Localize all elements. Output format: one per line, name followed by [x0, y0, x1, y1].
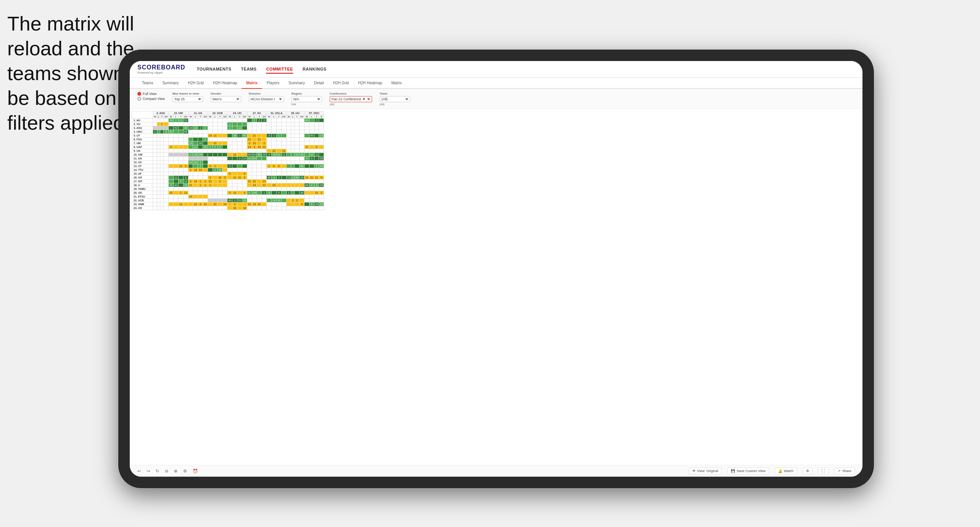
table-cell	[276, 161, 281, 164]
table-cell: 1	[188, 168, 193, 172]
gender-select[interactable]: Men's Women's	[211, 96, 241, 102]
conference-select[interactable]: Pac-12 Conference ▼ (All) ACC Big Ten	[330, 96, 372, 102]
table-cell	[252, 161, 257, 164]
watch-btn[interactable]: 🔔 Watch	[775, 468, 797, 474]
table-cell	[300, 172, 305, 176]
table-cell	[213, 195, 218, 199]
table-cell: 1	[314, 164, 319, 168]
table-cell	[247, 149, 252, 153]
zoom-out-icon[interactable]: ⊖	[165, 469, 168, 474]
table-cell	[227, 161, 232, 164]
table-cell	[314, 138, 319, 141]
col-osu: 57. OSU	[305, 111, 324, 115]
view-original-btn[interactable]: 👁 View: Original	[689, 468, 722, 474]
table-cell	[257, 187, 262, 191]
nav-teams[interactable]: TEAMS	[241, 65, 256, 74]
settings-icon[interactable]: ⚙	[183, 469, 187, 474]
table-cell	[305, 206, 309, 210]
subnav-detail[interactable]: Detail	[309, 78, 329, 89]
subnav-teams[interactable]: Teams	[137, 78, 158, 89]
table-cell	[286, 149, 291, 153]
table-cell: 0	[309, 157, 314, 161]
table-cell	[267, 130, 272, 134]
region-select[interactable]: N/A East West	[292, 96, 322, 102]
subnav-matrix2[interactable]: Matrix	[387, 78, 406, 89]
table-cell	[193, 187, 198, 191]
table-cell	[281, 134, 286, 138]
table-cell	[267, 122, 272, 126]
table-cell	[267, 183, 272, 187]
options-btn[interactable]: ⚙	[803, 468, 812, 474]
subnav-h2h-heatmap[interactable]: H2H Heatmap	[208, 78, 242, 89]
team-select[interactable]: (All)	[380, 96, 410, 102]
table-cell	[232, 164, 237, 168]
max-teams-select[interactable]: Top 25 Top 10 Top 50	[172, 96, 203, 102]
table-cell	[276, 145, 281, 149]
subnav-h2h-grid[interactable]: H2H Grid	[183, 78, 208, 89]
table-cell	[300, 138, 305, 141]
table-cell	[222, 157, 227, 161]
save-custom-btn[interactable]: 💾 Save Custom View	[727, 468, 769, 474]
table-cell: 14	[272, 183, 277, 187]
row-label: 13. UT	[132, 164, 153, 168]
table-cell	[174, 161, 179, 164]
subnav-players[interactable]: Players	[262, 78, 284, 89]
clock-icon[interactable]: ⏰	[193, 469, 198, 474]
table-cell	[193, 119, 198, 122]
subnav-matrix[interactable]: Matrix	[242, 78, 262, 89]
table-cell	[309, 161, 314, 164]
table-cell	[153, 126, 157, 130]
table-cell	[174, 191, 179, 195]
table-cell	[247, 126, 252, 130]
table-cell	[237, 130, 242, 134]
table-cell	[262, 138, 267, 141]
table-cell	[232, 168, 237, 172]
redo-icon[interactable]: ↪	[147, 469, 150, 474]
max-teams-label: Max teams in view	[172, 92, 203, 95]
table-cell	[291, 134, 295, 138]
nav-tournaments[interactable]: TOURNAMENTS	[197, 65, 232, 74]
table-cell	[160, 126, 164, 130]
full-view-radio[interactable]: Full View	[137, 92, 165, 96]
zoom-in-icon[interactable]: ⊕	[174, 469, 177, 474]
table-cell: 11	[193, 145, 198, 149]
subnav-h2h-grid2[interactable]: H2H Grid	[328, 78, 353, 89]
table-cell	[252, 122, 257, 126]
logo-title: SCOREBOARD	[137, 64, 185, 71]
table-cell	[242, 122, 247, 126]
share-btn[interactable]: ↗ Share	[834, 468, 855, 474]
table-cell	[169, 138, 174, 141]
sub-t5: T	[237, 115, 242, 119]
nav-rankings[interactable]: RANKINGS	[303, 65, 327, 74]
table-cell: 1	[319, 191, 324, 195]
table-cell	[222, 199, 227, 202]
nav-committee[interactable]: COMMITTEE	[266, 65, 293, 74]
matrix-content[interactable]: 3. ASU 10. UW 11. UA 22. UCB 24. UO 27. …	[130, 109, 862, 465]
undo-icon[interactable]: ↩	[137, 469, 141, 474]
subnav-h2h-heatmap2[interactable]: H2H Heatmap	[353, 78, 387, 89]
table-cell	[160, 168, 164, 172]
table-cell	[188, 206, 193, 210]
table-cell: 66	[295, 176, 300, 180]
row-label: 22. UCB	[132, 199, 153, 202]
col-uw: 10. UW	[169, 111, 188, 115]
table-cell	[300, 168, 305, 172]
compact-view-label: Compact View	[143, 97, 165, 101]
table-cell	[291, 149, 295, 153]
table-cell	[257, 168, 262, 172]
table-cell	[262, 122, 267, 126]
table-cell	[157, 199, 160, 202]
refresh-icon[interactable]: ↻	[156, 469, 159, 474]
table-cell	[174, 153, 179, 157]
table-cell	[188, 138, 193, 141]
fullscreen-btn[interactable]: ⛶	[818, 468, 828, 474]
subnav-summary2[interactable]: Summary	[284, 78, 309, 89]
row-label: 7. UM	[132, 141, 153, 145]
compact-view-radio[interactable]: Compact View	[137, 97, 165, 101]
division-select[interactable]: NCAA Division I NCAA Division II NCAA Di…	[249, 96, 284, 102]
table-cell: 11	[203, 202, 208, 206]
subnav-summary[interactable]: Summary	[158, 78, 183, 89]
table-cell	[257, 141, 262, 145]
table-cell: 11	[262, 183, 267, 187]
table-cell	[222, 138, 227, 141]
